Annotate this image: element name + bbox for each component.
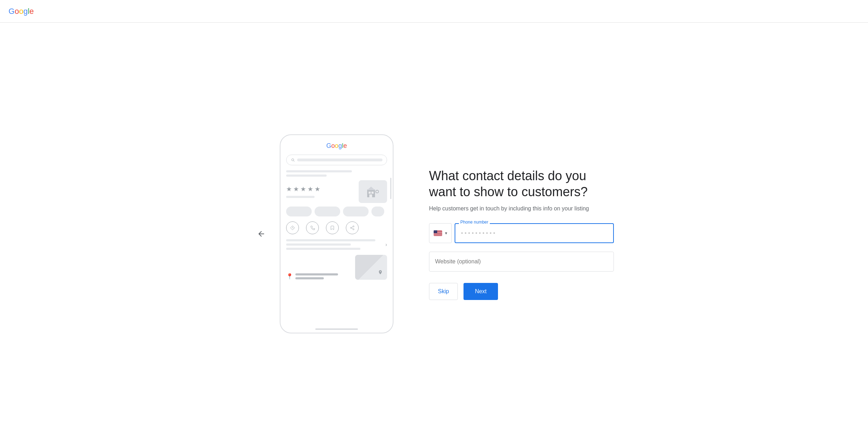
phone-icon-directions bbox=[286, 221, 299, 234]
phone-search-field bbox=[297, 159, 382, 161]
phone-map-pin2-icon bbox=[378, 270, 383, 276]
website-input-wrapper bbox=[429, 252, 614, 272]
svg-rect-2 bbox=[369, 192, 371, 194]
svg-marker-1 bbox=[367, 187, 375, 190]
phone-map-thumbnail bbox=[355, 255, 387, 280]
phone-map-left: 📍 bbox=[286, 273, 352, 280]
phone-pills-row bbox=[286, 207, 387, 216]
phone-line-1 bbox=[286, 170, 352, 172]
form-subtitle: Help customers get in touch by including… bbox=[429, 205, 614, 212]
phone-google-logo: Google bbox=[286, 142, 387, 150]
phone-business-image bbox=[359, 180, 387, 203]
phone-address-line-1 bbox=[295, 273, 338, 275]
phone-field-group: ▾ Phone number bbox=[429, 223, 614, 243]
phone-chevron-icon: › bbox=[385, 242, 387, 247]
phone-number-input[interactable] bbox=[455, 223, 614, 243]
main-content: Google ★ ★ bbox=[0, 23, 868, 445]
website-input[interactable] bbox=[429, 252, 614, 272]
phone-stars: ★ ★ ★ ★ ★ bbox=[286, 185, 320, 193]
phone-pill-4 bbox=[371, 207, 384, 216]
phone-pill-2 bbox=[315, 207, 340, 216]
phone-mockup: Google ★ ★ bbox=[280, 134, 393, 333]
phone-address-line-2 bbox=[295, 277, 324, 279]
phone-map-section: 📍 bbox=[286, 255, 387, 280]
google-logo: Google bbox=[9, 7, 34, 16]
phone-stars-left: ★ ★ ★ ★ ★ bbox=[286, 180, 320, 198]
svg-line-12 bbox=[352, 228, 353, 229]
next-button[interactable]: Next bbox=[464, 283, 498, 300]
form-title: What contact details do you want to show… bbox=[429, 168, 614, 200]
phone-scrollbar bbox=[390, 178, 391, 199]
phone-icon-call bbox=[306, 221, 319, 234]
phone-icon-save bbox=[326, 221, 339, 234]
svg-point-10 bbox=[350, 227, 352, 229]
phone-search-bar bbox=[286, 155, 387, 165]
svg-rect-4 bbox=[369, 194, 372, 197]
phone-stars-section: ★ ★ ★ ★ ★ bbox=[286, 180, 387, 203]
us-flag-icon bbox=[434, 230, 442, 236]
skip-button[interactable]: Skip bbox=[429, 283, 458, 300]
svg-point-9 bbox=[353, 226, 354, 227]
svg-rect-3 bbox=[371, 192, 374, 194]
phone-info-row: › bbox=[286, 239, 387, 250]
phone-bottom-bar bbox=[315, 328, 358, 330]
phone-number-label: Phone number bbox=[459, 220, 490, 225]
svg-line-13 bbox=[352, 227, 353, 227]
phone-info-line-1 bbox=[286, 239, 375, 241]
svg-point-11 bbox=[353, 229, 354, 230]
phone-input-wrapper: Phone number bbox=[455, 223, 614, 243]
phone-line-2 bbox=[286, 175, 327, 177]
left-side: Google ★ ★ bbox=[254, 134, 393, 333]
phone-pill-3 bbox=[343, 207, 369, 216]
phone-action-icons bbox=[286, 220, 387, 236]
back-button[interactable] bbox=[254, 227, 268, 241]
phone-map-pin-icon: 📍 bbox=[286, 273, 293, 280]
country-dropdown-chevron: ▾ bbox=[445, 231, 447, 236]
phone-icon-share bbox=[346, 221, 359, 234]
country-selector[interactable]: ▾ bbox=[429, 223, 452, 243]
header: Google bbox=[0, 0, 868, 23]
phone-pill-1 bbox=[286, 207, 312, 216]
buttons-row: Skip Next bbox=[429, 283, 614, 300]
phone-rating-line bbox=[286, 196, 315, 198]
phone-info-line-2 bbox=[286, 243, 351, 246]
phone-info-line-3 bbox=[286, 248, 360, 250]
right-side: What contact details do you want to show… bbox=[429, 168, 614, 300]
